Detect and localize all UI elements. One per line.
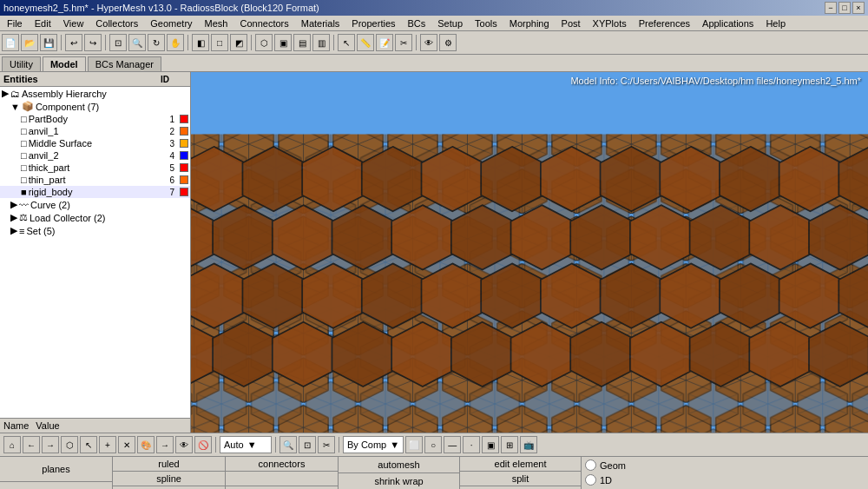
tb-wireframe[interactable]: □ — [211, 34, 228, 51]
tb-save[interactable]: 💾 — [40, 34, 57, 51]
menu-morphing[interactable]: Morphing — [504, 17, 555, 30]
auto-dropdown[interactable]: Auto ▼ — [220, 436, 272, 453]
menu-view[interactable]: View — [58, 17, 89, 30]
tree-item-assembly[interactable]: ▶ 🗂 Assembly Hierarchy — [0, 87, 190, 100]
tree-item-loadcollector[interactable]: ▶ ⚖ Load Collector (2) — [0, 211, 190, 224]
tb-undo[interactable]: ↩ — [65, 34, 82, 51]
tb-measure[interactable]: 📏 — [357, 34, 374, 51]
tb-pan[interactable]: ✋ — [167, 34, 184, 51]
bt-mask[interactable]: 👁 — [175, 436, 193, 453]
cell-cones[interactable]: cones — [0, 482, 112, 489]
menu-preferences[interactable]: Preferences — [634, 17, 695, 30]
bt-render[interactable]: ▣ — [482, 436, 499, 453]
bt-back[interactable]: ← — [23, 436, 40, 453]
bt-clip2[interactable]: ✂ — [318, 436, 335, 453]
cell-automesh[interactable]: automesh — [339, 457, 459, 473]
cell-conn2[interactable] — [226, 472, 338, 486]
cell-connectors[interactable]: connectors — [226, 457, 338, 472]
menu-collectors[interactable]: Collectors — [90, 17, 143, 30]
tree-item-anvil2[interactable]: □ anvil_2 4 — [0, 149, 190, 162]
tree-item-anvil1[interactable]: □ anvil_1 2 — [0, 125, 190, 137]
cell-editelement[interactable]: edit element — [460, 457, 581, 472]
menu-help[interactable]: Help — [760, 17, 791, 30]
tb-select[interactable]: ↖ — [338, 34, 355, 51]
tb-note[interactable]: 📝 — [376, 34, 393, 51]
bt-mesh[interactable]: ⬡ — [61, 436, 78, 453]
cell-planes[interactable]: planes — [0, 457, 112, 482]
menu-tools[interactable]: Tools — [470, 17, 503, 30]
bt-fit2[interactable]: ⊡ — [299, 436, 316, 453]
menu-mesh[interactable]: Mesh — [200, 17, 233, 30]
maximize-button[interactable]: □ — [838, 2, 851, 14]
cell-shrinkwrap[interactable]: shrink wrap — [339, 473, 459, 489]
tree-item-middlesurface[interactable]: □ Middle Surface 3 — [0, 137, 190, 149]
bt-cube[interactable]: ⬜ — [405, 436, 423, 453]
tb-side[interactable]: ▤ — [293, 34, 311, 51]
menu-file[interactable]: File — [2, 17, 28, 30]
tab-utility[interactable]: Utility — [2, 56, 41, 71]
cell-conn3[interactable] — [226, 486, 338, 490]
bt-home[interactable]: ⌂ — [3, 436, 21, 453]
tb-open[interactable]: 📂 — [21, 34, 38, 51]
tb-iso[interactable]: ⬡ — [255, 34, 273, 51]
expand-curve[interactable]: ▶ — [10, 199, 17, 210]
bt-grid[interactable]: ⊞ — [501, 436, 518, 453]
bt-color[interactable]: 🎨 — [137, 436, 155, 453]
tb-hidden[interactable]: ◩ — [230, 34, 247, 51]
tree-item-rigidbody[interactable]: ■ rigid_body 7 — [0, 186, 190, 198]
viewport-area[interactable]: Model Info: C:/Users/VAIBHAV/Desktop/hm … — [191, 72, 868, 433]
tb-top[interactable]: ▥ — [312, 34, 330, 51]
radio-geom-input[interactable] — [585, 459, 596, 471]
tree-item-thinpart[interactable]: □ thin_part 6 — [0, 174, 190, 186]
tb-zoom[interactable]: 🔍 — [128, 34, 146, 51]
expand-assembly[interactable]: ▶ — [2, 88, 9, 99]
tb-front[interactable]: ▣ — [274, 34, 292, 51]
bt-disp[interactable]: 📺 — [520, 436, 537, 453]
bt-add[interactable]: + — [99, 436, 116, 453]
tb-display[interactable]: 👁 — [420, 34, 437, 51]
close-button[interactable]: × — [852, 2, 865, 14]
menu-xyplots[interactable]: XYPlots — [588, 17, 632, 30]
cell-ruled[interactable]: ruled — [113, 457, 225, 472]
bt-select2[interactable]: ↖ — [80, 436, 97, 453]
bt-zoom2[interactable]: 🔍 — [279, 436, 297, 453]
tb-new[interactable]: 📄 — [2, 34, 19, 51]
tree-item-thickpart[interactable]: □ thick_part 5 — [0, 162, 190, 174]
bycomp-dropdown[interactable]: By Comp ▼ — [343, 436, 404, 453]
tree-item-component[interactable]: ▼ 📦 Component (7) — [0, 100, 190, 113]
menu-connectors[interactable]: Connectors — [234, 17, 293, 30]
menu-applications[interactable]: Applications — [697, 17, 759, 30]
tb-fit[interactable]: ⊡ — [109, 34, 127, 51]
expand-set[interactable]: ▶ — [10, 225, 17, 236]
bt-forward[interactable]: → — [42, 436, 59, 453]
bt-sphere2[interactable]: ○ — [424, 436, 442, 453]
menu-edit[interactable]: Edit — [30, 17, 56, 30]
tb-options[interactable]: ⚙ — [439, 34, 457, 51]
tab-model[interactable]: Model — [43, 56, 86, 71]
expand-component[interactable]: ▼ — [10, 102, 20, 112]
cell-spline[interactable]: spline — [113, 472, 225, 486]
menu-bcs[interactable]: BCs — [403, 17, 431, 30]
tab-bcs-manager[interactable]: BCs Manager — [88, 56, 161, 71]
bt-unmask[interactable]: 🚫 — [194, 436, 212, 453]
menu-geometry[interactable]: Geometry — [145, 17, 197, 30]
tree-item-partbody[interactable]: □ PartBody 1 — [0, 113, 190, 125]
tree-item-curve[interactable]: ▶ 〰 Curve (2) — [0, 198, 190, 211]
menu-materials[interactable]: Materials — [296, 17, 345, 30]
tb-clip[interactable]: ✂ — [395, 34, 412, 51]
radio-1d[interactable]: 1D — [583, 473, 658, 486]
radio-1d-input[interactable] — [585, 474, 596, 486]
menu-post[interactable]: Post — [556, 17, 586, 30]
bt-del[interactable]: ✕ — [118, 436, 135, 453]
minimize-button[interactable]: − — [825, 2, 837, 14]
tb-redo[interactable]: ↪ — [84, 34, 102, 51]
menu-setup[interactable]: Setup — [432, 17, 468, 30]
radio-geom[interactable]: Geom — [583, 459, 658, 472]
expand-loadcollector[interactable]: ▶ — [10, 212, 17, 223]
bt-line[interactable]: — — [444, 436, 461, 453]
bt-arrow[interactable]: → — [156, 436, 174, 453]
cell-split[interactable]: split — [460, 472, 581, 486]
tree-item-set[interactable]: ▶ ≡ Set (5) — [0, 224, 190, 237]
tb-shading[interactable]: ◧ — [192, 34, 209, 51]
menu-properties[interactable]: Properties — [346, 17, 400, 30]
